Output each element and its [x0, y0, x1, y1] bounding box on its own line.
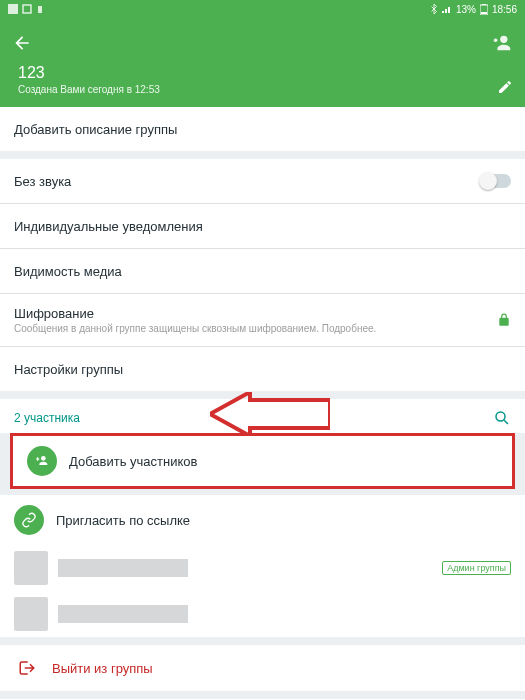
member-name-redacted: [58, 559, 188, 577]
svg-rect-4: [482, 4, 486, 5]
exit-group-label: Выйти из группы: [52, 661, 153, 676]
search-icon[interactable]: [493, 409, 511, 427]
mute-label: Без звука: [14, 174, 71, 189]
add-participants-label: Добавить участников: [69, 454, 197, 469]
media-visibility-label: Видимость медиа: [14, 264, 122, 279]
clock-text: 18:56: [492, 4, 517, 15]
svg-rect-1: [23, 5, 31, 13]
status-icon: [8, 4, 18, 14]
add-description-label: Добавить описание группы: [14, 122, 177, 137]
group-settings-row[interactable]: Настройки группы: [0, 347, 525, 391]
mute-row[interactable]: Без звука: [0, 159, 525, 203]
status-left: [8, 4, 44, 14]
media-visibility-row[interactable]: Видимость медиа: [0, 249, 525, 293]
link-icon: [14, 505, 44, 535]
status-icon: [22, 4, 32, 14]
invite-link-row[interactable]: Пригласить по ссылке: [0, 495, 525, 545]
encryption-label: Шифрование: [14, 306, 376, 321]
custom-notifications-label: Индивидуальные уведомления: [14, 219, 203, 234]
encryption-row[interactable]: Шифрование Сообщения в данной группе защ…: [0, 294, 525, 346]
svg-rect-0: [8, 4, 18, 14]
battery-icon: [480, 4, 488, 15]
status-bar: 13% 18:56: [0, 0, 525, 18]
add-participant-icon: [27, 446, 57, 476]
member-name-redacted: [58, 605, 188, 623]
svg-rect-2: [38, 6, 42, 13]
participants-count: 2 участника: [14, 411, 80, 425]
participants-header: 2 участника: [0, 399, 525, 433]
avatar: [14, 551, 48, 585]
highlight-annotation: Добавить участников: [10, 433, 515, 489]
member-row[interactable]: Админ группы: [0, 545, 525, 591]
group-settings-label: Настройки группы: [14, 362, 123, 377]
group-subtitle: Создана Вами сегодня в 12:53: [18, 84, 160, 95]
member-row[interactable]: [0, 591, 525, 637]
invite-link-label: Пригласить по ссылке: [56, 513, 190, 528]
custom-notifications-row[interactable]: Индивидуальные уведомления: [0, 204, 525, 248]
battery-text: 13%: [456, 4, 476, 15]
exit-group-row[interactable]: Выйти из группы: [0, 645, 525, 691]
svg-rect-5: [481, 12, 487, 14]
svg-point-6: [500, 36, 507, 43]
back-arrow-icon[interactable]: [12, 33, 32, 53]
add-description-row[interactable]: Добавить описание группы: [0, 107, 525, 151]
lock-icon: [497, 313, 511, 327]
mute-toggle[interactable]: [481, 174, 511, 188]
add-participants-row[interactable]: Добавить участников: [13, 436, 512, 486]
add-contact-icon[interactable]: [491, 32, 513, 54]
admin-badge: Админ группы: [442, 561, 511, 575]
app-header: 123 Создана Вами сегодня в 12:53: [0, 18, 525, 107]
svg-point-8: [41, 456, 46, 461]
signal-icon: [442, 5, 452, 13]
edit-icon[interactable]: [497, 79, 513, 95]
group-title: 123: [18, 64, 160, 82]
bluetooth-icon: [430, 4, 438, 14]
exit-icon: [18, 659, 36, 677]
avatar: [14, 597, 48, 631]
status-icon: [36, 4, 44, 14]
status-right: 13% 18:56: [430, 4, 517, 15]
svg-point-7: [496, 412, 505, 421]
encryption-sub: Сообщения в данной группе защищены сквоз…: [14, 323, 376, 334]
